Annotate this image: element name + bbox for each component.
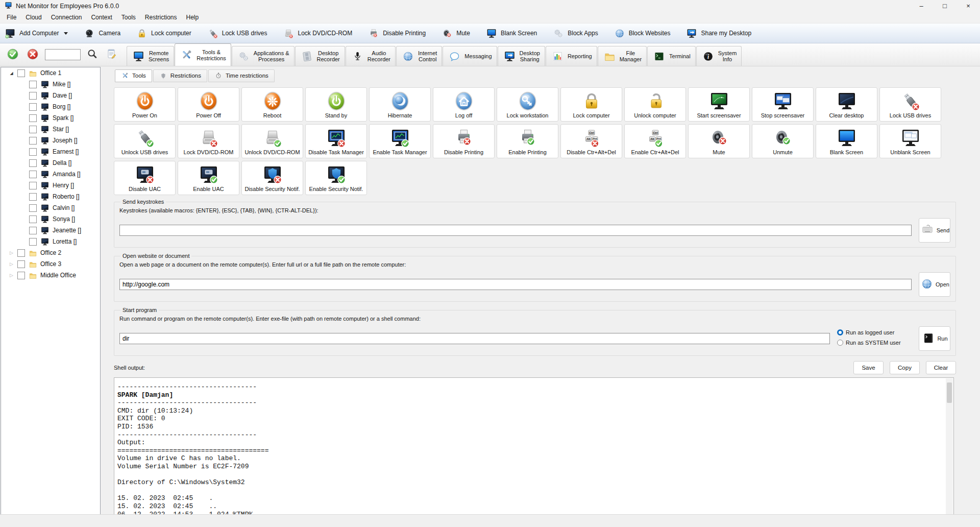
toolbar-blank-screen[interactable]: Blank Screen [485, 28, 537, 39]
menu-help[interactable]: Help [181, 12, 203, 22]
action-enable-security-notif[interactable]: Enable Security Notif. [305, 161, 367, 195]
tree-computer-calvin[interactable]: Calvin [] [1, 202, 100, 213]
radio-run-as-logged-user[interactable]: Run as logged user [837, 329, 914, 336]
action-enable-printing[interactable]: Enable Printing [497, 124, 558, 158]
expand-icon[interactable]: ▷ [8, 273, 15, 278]
computer-checkbox[interactable] [29, 81, 37, 88]
expand-icon[interactable]: ▷ [8, 261, 15, 267]
action-enable-ctr-alt-del[interactable]: CtrlAltDelEnable Ctr+Alt+Del [624, 124, 686, 158]
action-hibernate[interactable]: Hibernate [369, 87, 431, 122]
action-log-off[interactable]: Log off [433, 87, 495, 122]
computer-checkbox[interactable] [29, 215, 37, 223]
toolbar-disable-printing[interactable]: Disable Printing [368, 28, 426, 39]
apply-button[interactable] [5, 47, 20, 62]
computer-checkbox[interactable] [29, 238, 37, 246]
tree-computer-spark[interactable]: Spark [] [1, 112, 100, 124]
tab-terminal[interactable]: Terminal [647, 46, 696, 66]
computer-checkbox[interactable] [29, 193, 37, 201]
action-mute[interactable]: Mute [688, 124, 750, 158]
computer-checkbox[interactable] [29, 227, 37, 234]
toolbar-block-apps[interactable]: Block Apps [552, 28, 598, 39]
group-checkbox[interactable] [17, 260, 25, 268]
action-lock-dvd-cd-rom[interactable]: Lock DVD/CD-ROM [178, 124, 239, 158]
menu-context[interactable]: Context [86, 12, 116, 22]
tree-computer-loretta[interactable]: Loretta [] [1, 236, 100, 247]
toolbar-add-computer[interactable]: Add Computer [4, 28, 68, 39]
action-lock-computer[interactable]: Lock computer [560, 87, 622, 122]
search-input[interactable] [45, 49, 81, 60]
toolbar-lock-computer[interactable]: Lock computer [136, 28, 191, 39]
shell-output[interactable]: -----------------------------------SPARK… [114, 377, 954, 527]
copy-button[interactable]: Copy [890, 361, 920, 374]
action-stand-by[interactable]: Stand by [305, 87, 367, 122]
computer-checkbox[interactable] [29, 171, 37, 178]
tree-group-office-1[interactable]: ◢Office 1 [1, 67, 100, 79]
action-enable-task-manager[interactable]: Enable Task Manager [369, 124, 431, 158]
tree-computer-dave[interactable]: Dave [] [1, 90, 100, 101]
tab-file-manager[interactable]: File Manager [598, 46, 647, 66]
clear-button[interactable]: Clear [926, 361, 956, 374]
radio-icon[interactable] [837, 340, 843, 346]
action-unlock-dvd-cd-rom[interactable]: Unlock DVD/CD-ROM [241, 124, 303, 158]
cancel-button[interactable] [25, 47, 40, 62]
action-unlock-usb-drives[interactable]: Unlock USB drives [114, 124, 176, 158]
toolbar-mute[interactable]: Mute [441, 28, 470, 39]
tree-computer-earnest[interactable]: Earnest [] [1, 146, 100, 157]
tree-group-office-2[interactable]: ▷Office 2 [1, 247, 100, 258]
keystrokes-input[interactable] [119, 225, 912, 236]
tab-desktop-sharing[interactable]: Desktop Sharing [498, 46, 545, 66]
group-checkbox[interactable] [17, 69, 25, 77]
notes-icon[interactable] [104, 48, 118, 62]
computer-checkbox[interactable] [29, 103, 37, 111]
action-lock-workstation[interactable]: Lock workstation [497, 87, 558, 122]
run-button[interactable]: Run [919, 326, 950, 351]
group-checkbox[interactable] [17, 272, 25, 279]
close-button[interactable]: × [957, 0, 980, 12]
computer-checkbox[interactable] [29, 204, 37, 212]
toolbar-share-my-desktop[interactable]: Share my Desktop [685, 28, 751, 39]
action-clear-desktop[interactable]: Clear desktop [816, 87, 877, 122]
maximize-button[interactable]: □ [933, 0, 957, 12]
computer-checkbox[interactable] [29, 182, 37, 189]
tree-computer-borg[interactable]: Borg [] [1, 101, 100, 112]
tree-computer-henry[interactable]: Henry [] [1, 180, 100, 191]
subtab-restrictions[interactable]: Restrictions [153, 69, 207, 82]
tab-audio-recorder[interactable]: Audio Recorder [346, 46, 396, 66]
action-enable-uac[interactable]: Enable UAC [178, 161, 239, 195]
command-input[interactable] [119, 333, 830, 344]
computer-checkbox[interactable] [29, 126, 37, 133]
tree-group-middle-office[interactable]: ▷Middle Office [1, 270, 100, 281]
minimize-button[interactable]: – [910, 0, 933, 12]
computer-checkbox[interactable] [29, 137, 37, 145]
collapse-icon[interactable]: ◢ [8, 71, 15, 76]
tree-computer-amanda[interactable]: Amanda [] [1, 169, 100, 180]
tab-tools-restrictions[interactable]: Tools & Restrictions [175, 43, 231, 66]
action-power-off[interactable]: Power Off [178, 87, 239, 122]
radio-run-as-system-user[interactable]: Run as SYSTEM user [837, 340, 914, 346]
subtab-tools[interactable]: Tools [115, 69, 152, 82]
computer-checkbox[interactable] [29, 148, 37, 156]
menu-cloud[interactable]: Cloud [21, 12, 46, 22]
send-button[interactable]: Send [919, 218, 950, 243]
tab-reporting[interactable]: Reporting [546, 46, 597, 66]
computer-checkbox[interactable] [29, 159, 37, 167]
action-unmute[interactable]: Unmute [752, 124, 814, 158]
tree-computer-mike[interactable]: Mike [] [1, 79, 100, 90]
computer-checkbox[interactable] [29, 114, 37, 122]
menu-connection[interactable]: Connection [46, 12, 87, 22]
computer-checkbox[interactable] [29, 92, 37, 100]
open-button[interactable]: Open [919, 272, 950, 297]
tab-system-info[interactable]: iSystem Info [696, 46, 742, 66]
save-button[interactable]: Save [853, 361, 884, 374]
tree-computer-jeanette[interactable]: Jeanette [] [1, 225, 100, 236]
action-power-on[interactable]: Power On [114, 87, 176, 122]
tab-applications-processes[interactable]: Applications & Processes [232, 46, 295, 66]
tree-computer-sonya[interactable]: Sonya [] [1, 213, 100, 225]
action-disable-printing[interactable]: Disable Printing [433, 124, 495, 158]
action-disable-security-notif[interactable]: Disable Security Notif. [241, 161, 303, 195]
group-checkbox[interactable] [17, 249, 25, 257]
subtab-time-restrictions[interactable]: Time restrictions [208, 69, 275, 82]
menu-tools[interactable]: Tools [117, 12, 140, 22]
expand-icon[interactable]: ▷ [8, 250, 15, 255]
action-blank-screen[interactable]: Blank Screen [816, 124, 877, 158]
